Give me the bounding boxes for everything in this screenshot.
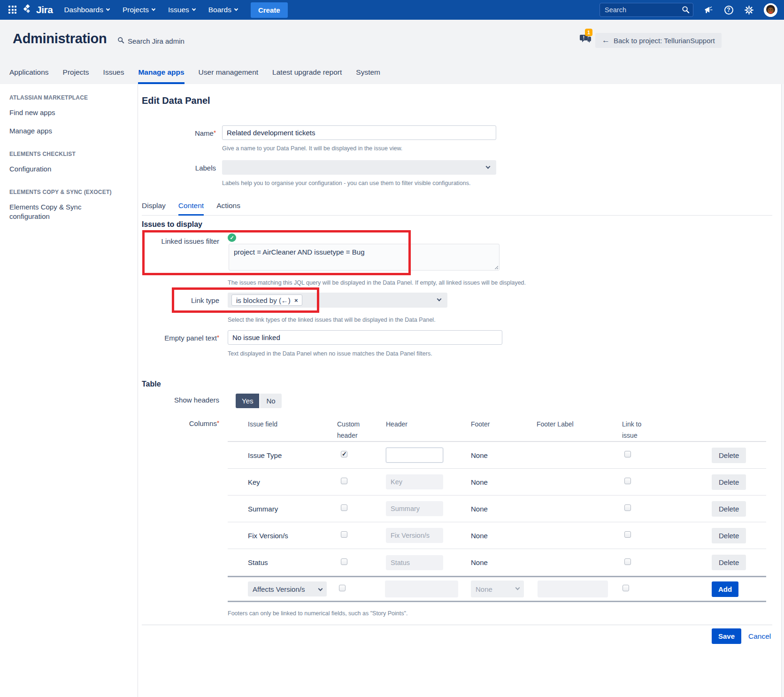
link-to-issue-checkbox[interactable] (624, 558, 631, 565)
announcements-icon[interactable] (703, 5, 714, 15)
header-input[interactable] (386, 448, 443, 463)
link-to-issue-checkbox[interactable] (624, 478, 631, 484)
issues-to-display-heading: Issues to display (142, 220, 202, 229)
chevron-down-icon (234, 7, 238, 11)
columns-label: Columns* (138, 419, 219, 427)
footer-label-input[interactable] (538, 581, 608, 597)
create-button[interactable]: Create (251, 2, 288, 18)
issue-field-name: Status (244, 558, 336, 566)
chevron-down-icon (318, 587, 323, 591)
help-icon[interactable]: ? (723, 5, 734, 15)
admin-search[interactable]: Search Jira admin (117, 37, 184, 45)
feedback-bubbles-icon[interactable]: ! 1 (579, 32, 592, 47)
global-search-input[interactable] (600, 3, 693, 17)
tab-display[interactable]: Display (142, 201, 166, 216)
back-to-project-button[interactable]: ← Back to project: TellurianSupport (595, 33, 722, 48)
search-icon[interactable] (682, 6, 690, 15)
chevron-down-icon (515, 586, 520, 590)
custom-header-checkbox[interactable] (341, 478, 347, 484)
nav-projects[interactable]: Projects (123, 6, 155, 14)
linked-issues-filter-label: Linked issues filter (138, 237, 219, 245)
custom-header-checkbox[interactable] (339, 585, 346, 591)
link-to-issue-checkbox[interactable] (624, 504, 631, 511)
tab-actions[interactable]: Actions (216, 201, 240, 216)
custom-header-checkbox[interactable] (341, 558, 347, 565)
columns-table-header: Issue field Custom header Header Footer … (228, 418, 766, 441)
table-heading: Table (142, 380, 161, 388)
show-headers-toggle: Yes No (236, 394, 282, 408)
table-row: Issue Type None Delete (228, 442, 766, 469)
remove-chip-icon[interactable]: × (294, 297, 298, 304)
admin-tab-bar: Applications Projects Issues Manage apps… (9, 68, 380, 84)
nav-boards[interactable]: Boards (208, 6, 238, 14)
labels-select[interactable] (222, 160, 496, 175)
empty-panel-help: Text displayed in the Data Panel when no… (228, 350, 432, 357)
link-to-issue-checkbox[interactable] (624, 531, 631, 538)
form-title: Edit Data Panel (142, 95, 210, 106)
jql-filter-textarea[interactable]: project = AirCleaner AND issuetype = Bug (229, 244, 500, 271)
top-navbar: Jira Dashboards Projects Issues Boards C… (0, 0, 784, 20)
header-input[interactable] (386, 528, 443, 543)
tab-projects[interactable]: Projects (63, 68, 89, 84)
delete-button[interactable]: Delete (712, 474, 746, 490)
name-input[interactable] (222, 125, 496, 140)
table-row: Summary None Delete (228, 496, 766, 522)
header-input[interactable] (386, 555, 443, 570)
custom-header-checkbox[interactable] (341, 451, 347, 457)
empty-panel-text-label: Empty panel text* (138, 334, 219, 342)
table-row: Status None Delete (228, 549, 766, 576)
footer-select[interactable]: None (471, 581, 524, 597)
show-headers-yes-button[interactable]: Yes (236, 394, 259, 408)
link-type-chip: is blocked by (←) × (231, 294, 302, 306)
nav-dashboards[interactable]: Dashboards (64, 6, 109, 14)
tab-content[interactable]: Content (178, 201, 204, 216)
tab-applications[interactable]: Applications (9, 68, 49, 84)
page-gutter (781, 84, 784, 697)
delete-button[interactable]: Delete (712, 555, 746, 570)
tab-system[interactable]: System (356, 68, 380, 84)
issue-field-select[interactable]: Affects Version/s (248, 581, 327, 596)
admin-sidebar: ATLASSIAN MARKETPLACE Find new apps Mana… (0, 84, 138, 697)
issue-field-name: Issue Type (244, 451, 336, 459)
delete-button[interactable]: Delete (712, 501, 746, 517)
sidebar-item-configuration[interactable]: Configuration (9, 164, 126, 174)
user-avatar[interactable] (764, 3, 777, 17)
tab-user-management[interactable]: User management (199, 68, 259, 84)
show-headers-no-button[interactable]: No (260, 394, 281, 408)
valid-check-icon: ✓ (228, 233, 236, 242)
custom-header-checkbox[interactable] (341, 504, 347, 511)
footer-value: None (462, 532, 530, 540)
jira-logo[interactable]: Jira (23, 4, 53, 16)
table-row: Key None Delete (228, 469, 766, 496)
add-button[interactable]: Add (712, 581, 738, 597)
delete-button[interactable]: Delete (712, 528, 746, 543)
tab-latest-upgrade-report[interactable]: Latest upgrade report (272, 68, 342, 84)
add-header-input[interactable] (385, 581, 458, 597)
sidebar-item-manage-apps[interactable]: Manage apps (9, 126, 126, 136)
nav-issues[interactable]: Issues (168, 6, 195, 14)
cancel-link[interactable]: Cancel (748, 632, 771, 641)
page-title: Administration (13, 31, 107, 46)
link-to-issue-checkbox[interactable] (623, 585, 629, 591)
delete-button[interactable]: Delete (712, 448, 746, 463)
back-arrow-icon: ← (602, 36, 610, 45)
sidebar-item-find-new-apps[interactable]: Find new apps (9, 108, 126, 117)
link-type-select[interactable]: is blocked by (←) × (228, 293, 447, 308)
sidebar-heading-marketplace: ATLASSIAN MARKETPLACE (9, 94, 126, 101)
footers-footnote: Footers can only be linked to numerical … (228, 610, 407, 617)
labels-help: Labels help you to organise your configu… (222, 180, 470, 186)
add-column-row: Affects Version/s None Add (228, 576, 766, 602)
custom-header-checkbox[interactable] (341, 531, 347, 538)
tab-issues[interactable]: Issues (103, 68, 124, 84)
app-switcher-icon[interactable] (8, 6, 17, 14)
sidebar-item-exocet-configuration[interactable]: Elements Copy & Sync configuration (9, 202, 99, 221)
footer-value: None (462, 478, 530, 486)
tab-manage-apps[interactable]: Manage apps (138, 68, 184, 84)
save-button[interactable]: Save (712, 628, 741, 644)
empty-panel-text-input[interactable] (228, 330, 502, 345)
col-issue-field: Issue field (244, 418, 336, 430)
settings-gear-icon[interactable] (744, 5, 754, 15)
header-input[interactable] (386, 474, 443, 489)
link-to-issue-checkbox[interactable] (624, 451, 631, 457)
header-input[interactable] (386, 501, 443, 516)
